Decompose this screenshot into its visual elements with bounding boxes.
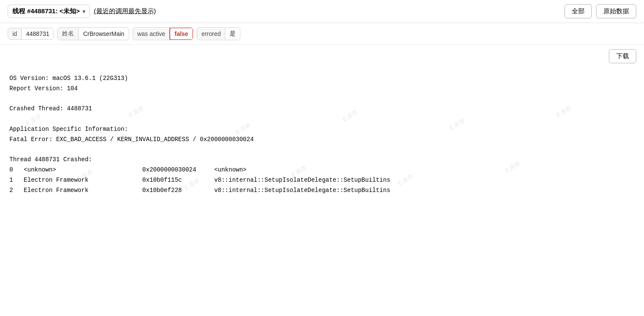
thread-selector[interactable]: 线程 #4488731: <未知> ▾: [8, 5, 90, 18]
tag-name-key: 姓名: [58, 28, 79, 40]
all-button[interactable]: 全部: [564, 4, 592, 18]
tag-id-value: 4488731: [22, 28, 54, 39]
tag-was-active-value: false: [169, 27, 193, 40]
tag-errored-key: errored: [197, 28, 225, 39]
raw-data-button[interactable]: 原始数据: [596, 4, 636, 18]
call-order-label[interactable]: (最近的调用最先显示): [94, 7, 156, 15]
top-bar-left: 线程 #4488731: <未知> ▾ (最近的调用最先显示): [8, 5, 156, 18]
chevron-down-icon: ▾: [83, 9, 85, 15]
tag-id: id 4488731: [8, 28, 54, 40]
top-bar-right: 全部 原始数据: [564, 4, 636, 18]
tag-name: 姓名 CrBrowserMain: [57, 27, 129, 40]
crash-content: OS Version: macOS 13.6.1 (22G313) Report…: [9, 74, 635, 196]
top-bar: 线程 #4488731: <未知> ▾ (最近的调用最先显示) 全部 原始数据: [0, 0, 644, 23]
tags-bar: id 4488731 姓名 CrBrowserMain was active f…: [0, 23, 644, 45]
tag-was-active-key: was active: [133, 28, 170, 39]
download-bar: 下载: [0, 45, 644, 65]
download-button[interactable]: 下载: [609, 49, 636, 63]
thread-label: 线程 #4488731: <未知>: [12, 7, 80, 15]
tag-was-active: was active false: [133, 27, 193, 40]
content-area: E.库存E.库存E.库存E.库存E.库存E.库存E.库存E.库存E.库存E.库存…: [0, 65, 644, 204]
tag-errored: errored 是: [197, 27, 240, 40]
tag-errored-value: 是: [225, 28, 240, 40]
tag-id-key: id: [8, 28, 22, 39]
tag-name-value: CrBrowserMain: [79, 28, 128, 39]
